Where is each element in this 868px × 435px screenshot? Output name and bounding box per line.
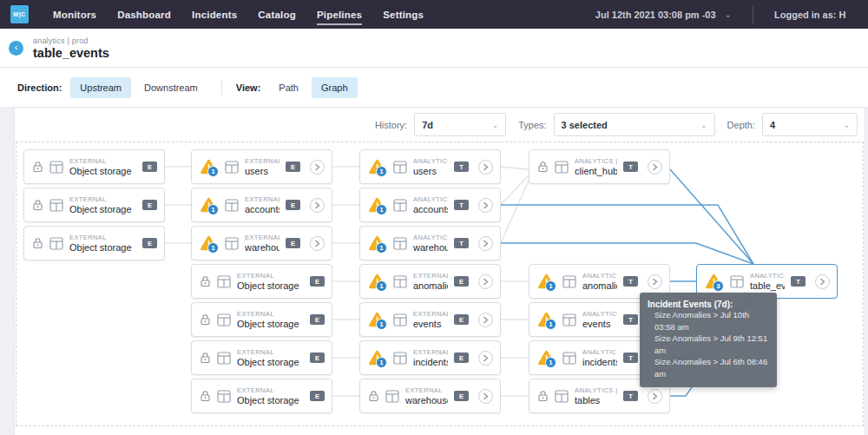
expand-node-button[interactable] (310, 236, 325, 251)
nav-item-monitors[interactable]: Monitors (53, 10, 96, 20)
back-button[interactable]: ‹ (9, 41, 23, 56)
graph-node-ap-users[interactable]: 1ANALYTICS | PROD_...usersT (359, 149, 501, 184)
node-name: accounts (245, 204, 279, 214)
node-name: Object storage (237, 319, 304, 329)
direction-label: Direction: (17, 82, 62, 93)
graph-node-ext-anomalies[interactable]: 1EXTERNALanomaliesE (359, 264, 501, 299)
chevron-down-icon: ⌄ (843, 121, 850, 129)
nav-item-settings[interactable]: Settings (383, 10, 424, 20)
expand-node-button[interactable] (478, 389, 493, 404)
warning-icon: 1 (537, 311, 556, 328)
lock-icon (200, 311, 211, 328)
incident-events-tooltip: Incident Events (7d): Size Anomalies > J… (640, 293, 777, 387)
expand-node-button[interactable] (478, 160, 493, 175)
view-path-button[interactable]: Path (269, 77, 308, 98)
node-name: Object storage (237, 395, 304, 405)
node-kind-badge: T (623, 276, 638, 287)
graph-node-os5[interactable]: EXTERNALObject storageE (191, 302, 332, 337)
expand-node-button[interactable] (478, 313, 493, 327)
expand-node-button[interactable] (648, 160, 662, 175)
expand-node-button[interactable] (310, 160, 325, 175)
types-select[interactable]: 3 selected ⌄ (554, 113, 715, 136)
direction-upstream-button[interactable]: Upstream (70, 77, 131, 98)
graph-node-os7[interactable]: EXTERNALObject storageE (191, 379, 332, 413)
lock-icon (537, 158, 549, 175)
nav-item-catalog[interactable]: Catalog (258, 10, 296, 20)
graph-node-ap-warehouse[interactable]: 1ANALYTICS | PROD_...warehouseT (359, 226, 501, 260)
incident-count-badge: 1 (376, 166, 387, 177)
table-icon (555, 161, 569, 174)
warning-icon: 1 (200, 234, 219, 252)
node-type-label: EXTERNAL (69, 157, 136, 165)
expand-node-button[interactable] (815, 274, 830, 289)
node-type-label: ANALYTICS | PROD_... (582, 272, 617, 280)
node-kind-badge: T (454, 200, 469, 210)
graph-node-os6[interactable]: EXTERNALObject storageE (191, 340, 332, 375)
node-name: Object storage (237, 357, 304, 367)
node-name: users (245, 166, 279, 176)
incident-count-badge: 1 (207, 166, 219, 177)
nav-item-pipelines[interactable]: Pipelines (317, 10, 362, 20)
graph-node-os3[interactable]: EXTERNALObject storageE (23, 226, 165, 260)
incident-count-badge: 1 (376, 319, 387, 330)
node-kind-badge: T (623, 353, 638, 363)
table-icon (217, 352, 231, 365)
node-name: warehouse (413, 242, 448, 253)
depth-select[interactable]: 4 ⌄ (762, 113, 858, 136)
incident-count-badge: 1 (376, 242, 387, 254)
nav-item-incidents[interactable]: Incidents (192, 10, 237, 20)
node-type-label: ANALYTICS | PROD (750, 272, 785, 280)
incident-count-badge: 1 (545, 357, 556, 368)
page-header: ‹ analytics | prod table_events (0, 29, 868, 68)
node-name: Object storage (237, 280, 304, 291)
node-name: events (413, 319, 448, 329)
history-select[interactable]: 7d ⌄ (414, 113, 506, 136)
node-name: Object storage (69, 242, 136, 253)
table-icon (393, 161, 407, 174)
lock-icon (368, 387, 379, 405)
datetime-selector[interactable]: Jul 12th 2021 03:08 pm -03 (595, 10, 716, 20)
node-type-label: EXTERNAL (237, 272, 304, 280)
graph-node-ext-warehouse[interactable]: 1EXTERNALwarehouseE (191, 226, 332, 260)
direction-downstream-button[interactable]: Downstream (135, 77, 207, 98)
graph-node-ext-users[interactable]: 1EXTERNALusersE (191, 149, 332, 184)
node-kind-badge: T (454, 161, 469, 172)
expand-node-button[interactable] (478, 274, 493, 289)
lock-icon (32, 196, 43, 214)
node-type-label: ANALYTICS | PROD_... (413, 234, 448, 241)
tooltip-item: Size Anomalies > Jul 6th 08:46 am (654, 356, 769, 379)
node-kind-badge: E (454, 276, 469, 287)
node-name: accounts (413, 204, 448, 214)
graph-node-ext-events[interactable]: 1EXTERNALeventsE (359, 302, 501, 337)
node-kind-badge: E (142, 200, 157, 210)
expand-node-button[interactable] (310, 198, 325, 213)
incident-count-badge: 1 (207, 242, 219, 254)
graph-node-os4[interactable]: EXTERNALObject storageE (191, 264, 332, 299)
expand-node-button[interactable] (648, 274, 662, 289)
graph-node-ext-incidents[interactable]: 1EXTERNALincidentsE (359, 340, 501, 375)
chevron-down-icon[interactable]: ⌄ (725, 10, 732, 19)
node-name: incidents (413, 357, 448, 367)
table-icon (562, 313, 576, 326)
expand-node-button[interactable] (648, 389, 662, 404)
graph-node-ext-accounts[interactable]: 1EXTERNALaccountsE (191, 188, 332, 222)
node-kind-badge: E (454, 314, 469, 325)
expand-node-button[interactable] (478, 198, 493, 213)
table-icon (730, 275, 744, 288)
warning-icon: 1 (368, 158, 387, 175)
graph-node-ap-accounts[interactable]: 1ANALYTICS | PROD_...accountsT (359, 188, 501, 222)
expand-node-button[interactable] (478, 236, 493, 251)
warning-icon: 1 (537, 349, 556, 366)
nav-item-dashboard[interactable]: Dashboard (117, 10, 171, 20)
view-graph-button[interactable]: Graph (312, 77, 358, 98)
node-name: warehouse_tables (405, 395, 448, 405)
toolbar-divider (221, 80, 222, 96)
tooltip-item: Size Anomalies > Jul 9th 12:51 am (654, 333, 769, 356)
warning-icon: 3 (705, 273, 724, 290)
node-name: events (582, 319, 617, 329)
graph-node-os2[interactable]: EXTERNALObject storageE (23, 188, 165, 222)
expand-node-button[interactable] (478, 351, 493, 366)
graph-node-os1[interactable]: EXTERNALObject storageE (23, 149, 165, 184)
graph-node-ext-warehouse-tables[interactable]: EXTERNALwarehouse_tablesE (359, 379, 501, 413)
graph-node-ap-client-hub[interactable]: ANALYTICS | PRODclient_hubT (529, 149, 670, 184)
